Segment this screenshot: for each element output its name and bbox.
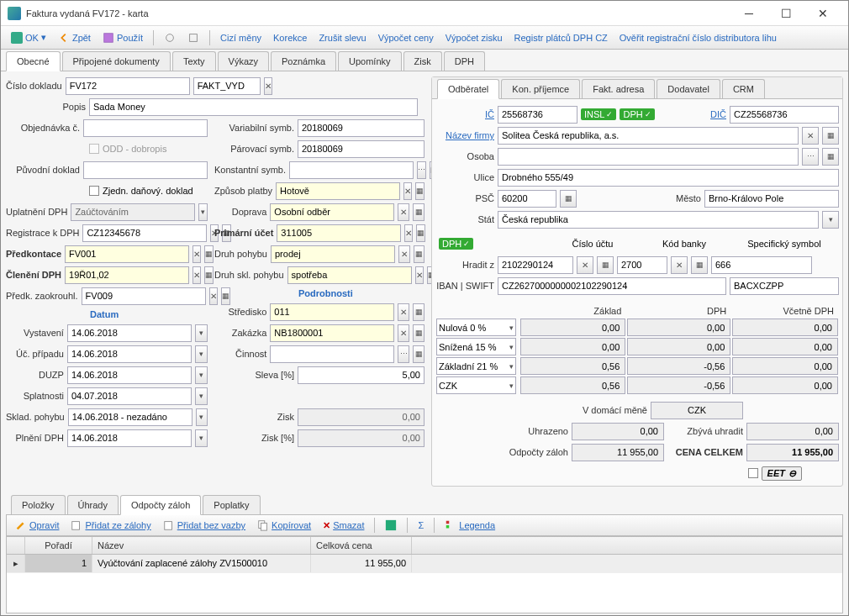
primary-account-clear[interactable]: ✕ bbox=[404, 224, 413, 242]
vat-rate-1-select[interactable]: Snížená 15 % bbox=[436, 338, 516, 355]
zip-input[interactable] bbox=[498, 190, 556, 208]
dic-label[interactable]: DIČ bbox=[701, 109, 726, 119]
accounting-date-picker[interactable] bbox=[195, 345, 208, 363]
country-dropdown[interactable] bbox=[822, 211, 839, 229]
tab-advance-deductions[interactable]: Odpočty záloh bbox=[120, 495, 201, 515]
account-number-input[interactable] bbox=[498, 256, 573, 274]
company-name-clear[interactable]: ✕ bbox=[802, 127, 819, 145]
tab-payments[interactable]: Úhrady bbox=[67, 495, 119, 514]
cancel-discount-button[interactable]: Zrušit slevu bbox=[314, 30, 371, 45]
pair-symbol-input[interactable] bbox=[298, 140, 424, 158]
order2-clear[interactable]: ✕ bbox=[398, 324, 409, 342]
close-button[interactable]: ✕ bbox=[804, 2, 841, 25]
tab-reminders[interactable]: Upomínky bbox=[338, 51, 402, 71]
bank-code-input[interactable] bbox=[617, 256, 667, 274]
vat-registry-button[interactable]: Registr plátců DPH CZ bbox=[509, 30, 613, 45]
tab-attachments[interactable]: Připojené dokumenty bbox=[62, 51, 171, 71]
table-row[interactable]: ▸ 1 Vyúčtování zaplacené zálohy ZV150001… bbox=[7, 555, 842, 573]
vat-rate-2-select[interactable]: Základní 21 % bbox=[436, 357, 516, 375]
calc-price-button[interactable]: Výpočet ceny bbox=[373, 30, 439, 45]
due-date-picker[interactable] bbox=[195, 387, 208, 405]
due-date-input[interactable] bbox=[67, 387, 192, 405]
apply-button[interactable]: Použít bbox=[98, 29, 148, 46]
stock-move-picker[interactable] bbox=[196, 408, 208, 426]
tab-texts[interactable]: Texty bbox=[172, 51, 216, 71]
tab-note[interactable]: Poznámka bbox=[271, 51, 336, 71]
tab-items[interactable]: Položky bbox=[11, 495, 66, 514]
account-number-browse[interactable]: ▦ bbox=[597, 256, 614, 274]
add-without-link-button[interactable]: Přidat bez vazby bbox=[158, 517, 250, 534]
tab-profit[interactable]: Zisk bbox=[403, 51, 442, 71]
street-input[interactable] bbox=[498, 169, 839, 187]
activity-input[interactable] bbox=[270, 345, 394, 363]
tab-supplier[interactable]: Dodavatel bbox=[657, 79, 720, 98]
vat-fulfillment-input[interactable] bbox=[67, 429, 192, 447]
ic-input[interactable] bbox=[498, 106, 577, 124]
excel-icon[interactable] bbox=[380, 517, 402, 534]
spec-symbol-input[interactable] bbox=[711, 256, 812, 274]
center-clear[interactable]: ✕ bbox=[398, 303, 409, 321]
move-type-input[interactable] bbox=[271, 245, 395, 263]
tool-icon1[interactable] bbox=[159, 29, 181, 46]
sum-icon[interactable]: Σ bbox=[413, 518, 429, 533]
activity-browse[interactable]: ⋯ bbox=[398, 345, 409, 363]
row-selector-icon[interactable]: ▸ bbox=[7, 555, 25, 572]
tab-general[interactable]: Obecné bbox=[6, 51, 61, 71]
add-from-advance-button[interactable]: Přidat ze zálohy bbox=[66, 517, 156, 534]
tab-recipient[interactable]: Kon. příjemce bbox=[501, 79, 580, 98]
swift-input[interactable] bbox=[730, 277, 839, 295]
company-name-input[interactable] bbox=[498, 127, 799, 145]
currency-select[interactable]: CZK bbox=[436, 376, 516, 394]
city-input[interactable] bbox=[704, 190, 839, 208]
move-type-browse[interactable]: ▦ bbox=[414, 245, 425, 263]
stock-move-type-input[interactable] bbox=[287, 266, 412, 284]
delete-button[interactable]: ✕Smazat bbox=[318, 518, 369, 534]
tab-crm[interactable]: CRM bbox=[722, 79, 765, 98]
legend-button[interactable]: Legenda bbox=[440, 517, 500, 534]
calc-profit-button[interactable]: Výpočet zisku bbox=[440, 30, 508, 45]
col-total[interactable]: Celková cena bbox=[311, 537, 412, 554]
primary-account-browse[interactable]: ▦ bbox=[416, 224, 425, 242]
ok-button[interactable]: OK ▾ bbox=[6, 29, 51, 46]
account-number-clear[interactable]: ✕ bbox=[577, 256, 593, 274]
order2-input[interactable] bbox=[270, 324, 394, 342]
col-name[interactable]: Název bbox=[92, 537, 311, 554]
bank-code-clear[interactable]: ✕ bbox=[671, 256, 688, 274]
tool-icon2[interactable] bbox=[182, 29, 204, 46]
zip-browse[interactable]: ▦ bbox=[560, 190, 577, 208]
payment-method-browse[interactable]: ▦ bbox=[415, 182, 424, 200]
original-doc-input[interactable] bbox=[83, 161, 208, 179]
bank-code-browse[interactable]: ▦ bbox=[691, 256, 708, 274]
copy-button[interactable]: Kopírovat bbox=[252, 517, 316, 534]
simplified-checkbox[interactable] bbox=[89, 186, 99, 196]
preaccounting-input[interactable] bbox=[65, 245, 189, 263]
vat-fulfillment-picker[interactable] bbox=[195, 429, 208, 447]
order-input[interactable] bbox=[83, 119, 208, 137]
payment-method-clear[interactable]: ✕ bbox=[403, 182, 412, 200]
iban-input[interactable] bbox=[498, 277, 726, 295]
shipping-clear[interactable]: ✕ bbox=[398, 203, 409, 221]
eet-checkbox[interactable] bbox=[748, 468, 758, 478]
correction-button[interactable]: Korekce bbox=[268, 30, 312, 45]
const-symbol-input[interactable] bbox=[289, 161, 414, 179]
person-list[interactable]: ▦ bbox=[822, 148, 839, 166]
center-browse[interactable]: ▦ bbox=[413, 303, 424, 321]
var-symbol-input[interactable] bbox=[298, 119, 424, 137]
items-grid[interactable]: Pořadí Název Celková cena ▸ 1 Vyúčtování… bbox=[6, 536, 843, 613]
person-browse[interactable]: ⋯ bbox=[802, 148, 819, 166]
tab-invoice-address[interactable]: Fakt. adresa bbox=[582, 79, 655, 98]
tab-reports[interactable]: Výkazy bbox=[218, 51, 269, 71]
col-order[interactable]: Pořadí bbox=[25, 537, 92, 554]
vat-reg-input[interactable] bbox=[82, 224, 207, 242]
company-name-browse[interactable]: ▦ bbox=[822, 127, 839, 145]
issue-date-input[interactable] bbox=[67, 324, 192, 342]
tab-fees[interactable]: Poplatky bbox=[203, 495, 260, 514]
company-name-label[interactable]: Název firmy bbox=[435, 130, 494, 140]
primary-account-input[interactable] bbox=[277, 224, 401, 242]
verify-button[interactable]: Ověřit registrační číslo distributora li… bbox=[614, 30, 782, 45]
dic-input[interactable] bbox=[730, 106, 839, 124]
tab-customer[interactable]: Odběratel bbox=[437, 79, 499, 99]
center-input[interactable] bbox=[270, 303, 394, 321]
person-input[interactable] bbox=[498, 148, 799, 166]
back-button[interactable]: Zpět bbox=[53, 29, 96, 46]
